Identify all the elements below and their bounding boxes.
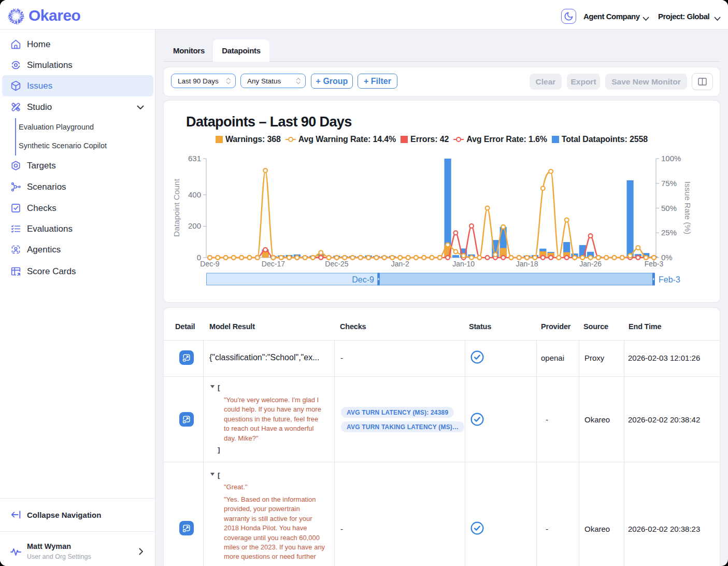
svg-text:Dec-9: Dec-9	[200, 260, 220, 268]
svg-text:Dec-17: Dec-17	[262, 260, 285, 268]
svg-text:200: 200	[188, 221, 201, 230]
svg-text:Jan-18: Jan-18	[516, 260, 538, 268]
svg-text:Dec-9: Dec-9	[352, 275, 374, 284]
svg-text:400: 400	[188, 190, 201, 199]
svg-text:631: 631	[188, 154, 201, 163]
svg-text:50%: 50%	[661, 204, 677, 213]
svg-text:100%: 100%	[661, 154, 681, 163]
svg-text:Datapoint Count: Datapoint Count	[172, 178, 181, 237]
svg-text:75%: 75%	[661, 179, 677, 188]
svg-text:Issue Rate (%): Issue Rate (%)	[683, 181, 692, 235]
svg-text:Jan-2: Jan-2	[391, 260, 409, 268]
svg-text:25%: 25%	[661, 228, 677, 237]
svg-text:Jan-10: Jan-10	[452, 260, 475, 268]
svg-text:Jan-26: Jan-26	[579, 260, 602, 268]
svg-text:Feb-3: Feb-3	[645, 260, 664, 268]
svg-text:Dec-25: Dec-25	[325, 260, 348, 268]
svg-text:Feb-3: Feb-3	[659, 275, 680, 284]
